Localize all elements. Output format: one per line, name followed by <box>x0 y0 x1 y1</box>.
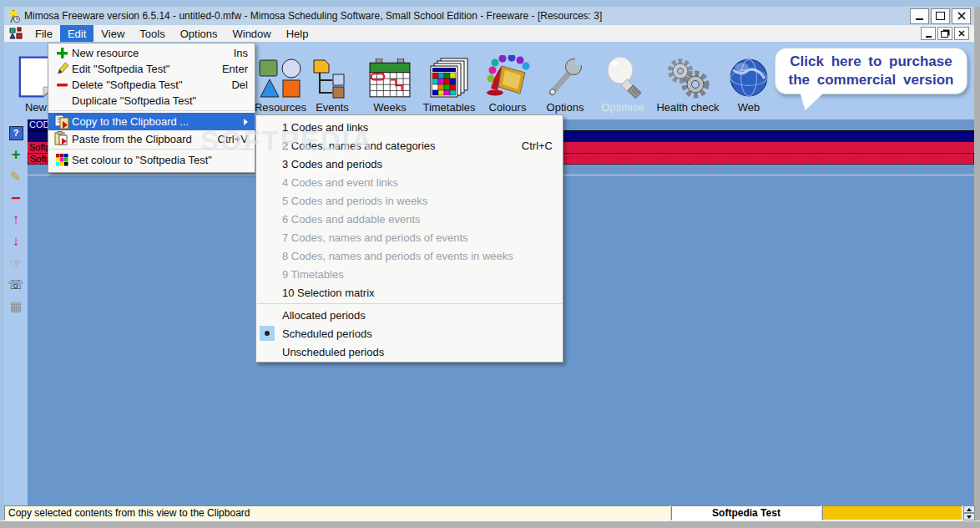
toolbar-label: Optimise <box>596 101 649 114</box>
close-icon <box>958 30 965 37</box>
minimize-icon <box>916 18 923 20</box>
menu-item-copy-to-clipboard[interactable]: Copy to the Clipboard ... <box>48 113 255 130</box>
menu-tools[interactable]: Tools <box>132 25 172 42</box>
submenu-item-selection-matrix[interactable]: 10 Selection matrix <box>256 283 563 302</box>
submenu-item-allocated-periods[interactable]: Allocated periods <box>256 306 563 324</box>
toolbar-options-button[interactable]: Options <box>538 43 592 118</box>
toolbar-label: Colours <box>481 101 534 114</box>
minus-icon: − <box>11 189 21 208</box>
submenu-item-codes-periods-weeks[interactable]: 5 Codes and periods in weeks <box>256 191 563 210</box>
submenu-item-timetables[interactable]: 9 Timetables <box>256 265 563 283</box>
toolbar-label: Weeks <box>363 101 417 114</box>
submenu-item-codes-addable-events[interactable]: 6 Codes and addable events <box>256 210 563 228</box>
close-icon <box>957 12 966 20</box>
move-up-button[interactable]: ↑ <box>4 209 28 231</box>
select-tool-button[interactable]: ☞ <box>4 252 28 274</box>
contact-list-button[interactable]: ☏ <box>4 274 28 296</box>
toolbar-label: Resources <box>254 101 307 114</box>
timetables-grid-icon <box>420 43 478 99</box>
status-spinner <box>963 505 975 520</box>
window-frame-right <box>974 7 980 528</box>
menu-item-edit-resource[interactable]: Edit "Softpedia Test" Enter <box>48 61 255 77</box>
options-wrench-icon <box>538 43 592 99</box>
submenu-item-unscheduled-periods[interactable]: Unscheduled periods <box>256 343 563 361</box>
submenu-item-codes-names-categories[interactable]: 2 Codes, names and categories Ctrl+C <box>256 136 563 155</box>
close-button[interactable] <box>952 8 971 24</box>
count-grid-button[interactable]: ▦ <box>4 296 28 317</box>
toolbar-timetables-button[interactable]: Timetables <box>420 43 478 118</box>
menu-file[interactable]: File <box>28 25 60 42</box>
edit-resource-button[interactable]: ✎ <box>4 165 28 187</box>
optimise-bulb-icon <box>596 43 649 99</box>
toolbar-label: Options <box>538 101 592 114</box>
colours-paint-icon <box>481 43 534 99</box>
child-minimize-button[interactable] <box>921 27 936 40</box>
selected-option-marker <box>260 326 275 341</box>
help-button[interactable]: ? <box>4 122 28 144</box>
colour-palette-icon <box>52 153 72 166</box>
add-resource-button[interactable]: + <box>4 144 28 165</box>
spinner-down-button[interactable] <box>963 513 975 520</box>
toolbar-web-button[interactable]: Web <box>724 43 774 118</box>
phone-list-icon: ☏ <box>8 277 24 292</box>
help-icon: ? <box>9 126 23 140</box>
banner-line-1: Click here to purchase <box>790 53 952 71</box>
resources-window-icon <box>9 27 23 40</box>
grid-icon: ▦ <box>10 299 22 314</box>
menu-bar: File Edit View Tools Options Window Help <box>4 25 974 42</box>
maximize-button[interactable] <box>931 8 950 24</box>
restore-icon <box>941 31 948 38</box>
submenu-item-codes-links[interactable]: 1 Codes and links <box>256 118 563 136</box>
menu-edit[interactable]: Edit <box>60 25 93 42</box>
submenu-item-scheduled-periods[interactable]: Scheduled periods <box>256 324 563 343</box>
toolbar-label: Health check <box>653 101 723 114</box>
toolbar-label: Timetables <box>420 101 478 114</box>
child-close-button[interactable] <box>954 27 969 40</box>
pencil-icon: ✎ <box>10 169 21 185</box>
submenu-arrow-icon <box>244 119 248 125</box>
menu-item-delete-resource[interactable]: Delete "Softpedia Test" Del <box>48 77 255 93</box>
status-selected-resource: Softpedia Test <box>671 505 821 520</box>
status-bar: Copy selected contents from this view to… <box>4 505 974 520</box>
delete-resource-button[interactable]: − <box>4 187 28 209</box>
weeks-calendar-icon <box>363 43 417 99</box>
left-tool-strip: ? + ✎ − ↑ ↓ ☞ ☏ ▦ <box>4 119 28 505</box>
move-down-button[interactable]: ↓ <box>4 231 28 252</box>
toolbar-weeks-button[interactable]: Weeks <box>363 43 417 118</box>
app-icon <box>7 9 21 23</box>
banner-line-2: the commercial version <box>789 71 954 89</box>
menu-item-new-resource[interactable]: New resource Ins <box>48 45 255 61</box>
radio-dot-icon <box>265 331 270 336</box>
up-triangle-icon <box>967 508 972 511</box>
title-bar: Mimosa Freeware version 6.5.14 - untitle… <box>4 7 974 25</box>
submenu-item-codes-names-periods-events[interactable]: 7 Codes, names and periods of events <box>256 228 563 246</box>
menu-item-paste-from-clipboard[interactable]: Paste from the Clipboard Ctrl+V <box>48 130 255 147</box>
menu-separator <box>49 149 254 150</box>
window-frame-bottom <box>0 520 980 528</box>
edit-dropdown-menu: New resource Ins Edit "Softpedia Test" E… <box>48 43 255 173</box>
menu-help[interactable]: Help <box>279 25 316 42</box>
submenu-item-codes-names-periods-events-weeks[interactable]: 8 Codes, names and periods of events in … <box>256 246 563 265</box>
plus-icon: + <box>11 145 20 164</box>
submenu-item-codes-event-links[interactable]: 4 Codes and event links <box>256 173 563 191</box>
minimize-button[interactable] <box>910 8 929 24</box>
menu-window[interactable]: Window <box>225 25 278 42</box>
toolbar-healthcheck-button[interactable]: Health check <box>653 43 723 118</box>
menu-view[interactable]: View <box>93 25 132 42</box>
menu-item-set-colour[interactable]: Set colour to "Softpedia Test" <box>48 151 255 168</box>
purchase-commercial-banner[interactable]: Click here to purchase the commercial ve… <box>775 48 967 94</box>
pointing-hand-icon: ☞ <box>10 256 22 272</box>
submenu-item-codes-periods[interactable]: 3 Codes and periods <box>256 155 563 173</box>
toolbar-colours-button[interactable]: Colours <box>481 43 534 118</box>
spinner-up-button[interactable] <box>963 505 975 513</box>
down-arrow-icon: ↓ <box>13 233 20 250</box>
app-window: Mimosa Freeware version 6.5.14 - untitle… <box>0 0 980 528</box>
pencil-icon <box>52 62 72 76</box>
toolbar-optimise-button[interactable]: Optimise <box>596 43 649 118</box>
toolbar-label: Web <box>724 101 774 114</box>
toolbar-events-button[interactable]: Events <box>306 43 359 118</box>
child-restore-button[interactable] <box>937 27 952 40</box>
menu-item-duplicate-resource[interactable]: Duplicate "Softpedia Test" <box>48 93 255 109</box>
toolbar-resources-button[interactable]: Resources <box>254 43 307 118</box>
menu-options[interactable]: Options <box>173 25 225 42</box>
